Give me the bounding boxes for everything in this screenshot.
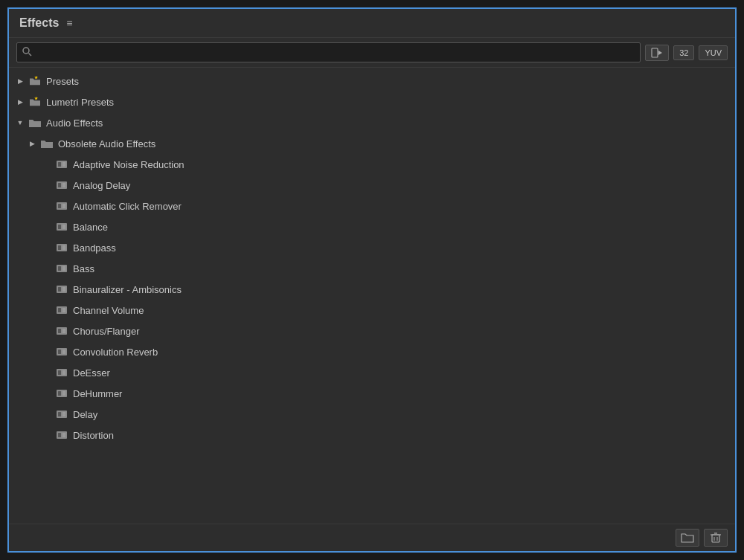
item-label: Presets — [46, 76, 79, 87]
tree-item-analog-delay[interactable]: Analog Delay — [9, 175, 735, 196]
item-label: Lumetri Presets — [46, 97, 114, 108]
content-area: Presets Lumetri Presets Audio Effects Ob… — [9, 68, 735, 524]
item-label: Channel Volume — [73, 305, 144, 316]
effects-panel: Effects ≡ 32 YUV Pre — [7, 7, 737, 553]
chevron-icon — [15, 97, 25, 107]
effect-icon — [55, 304, 68, 316]
item-label: DeEsser — [73, 367, 110, 379]
item-label: Balance — [73, 222, 108, 233]
svg-rect-62 — [58, 391, 61, 396]
tree-item-automatic-click-remover[interactable]: Automatic Click Remover — [9, 196, 735, 216]
svg-rect-52 — [58, 350, 61, 354]
svg-marker-4 — [34, 76, 38, 79]
tree-item-obsolete-audio-effects[interactable]: Obsolete Audio Effects — [9, 133, 735, 154]
toolbar: 32 YUV — [9, 38, 735, 68]
item-label: Chorus/Flanger — [73, 326, 140, 337]
new-folder-button[interactable] — [676, 529, 699, 547]
item-label: Binauralizer - Ambisonics — [73, 284, 182, 295]
svg-rect-42 — [58, 308, 61, 312]
chevron-icon — [27, 138, 37, 149]
tree-item-deesser[interactable]: DeEsser — [9, 362, 735, 383]
tree-item-dehummer[interactable]: DeHummer — [9, 383, 735, 404]
tree-item-channel-volume[interactable]: Channel Volume — [9, 300, 735, 321]
effect-icon — [55, 221, 68, 233]
tree-item-adaptive-noise-reduction[interactable]: Adaptive Noise Reduction — [9, 154, 735, 175]
svg-rect-72 — [58, 433, 61, 437]
tree-item-chorus-flanger[interactable]: Chorus/Flanger — [9, 321, 735, 341]
effect-icon — [55, 200, 68, 212]
effect-icon — [55, 367, 68, 379]
svg-rect-12 — [58, 183, 61, 187]
tree-container[interactable]: Presets Lumetri Presets Audio Effects Ob… — [9, 68, 735, 524]
svg-rect-47 — [58, 329, 61, 333]
item-label: Bass — [73, 263, 94, 274]
effect-icon — [55, 242, 68, 254]
item-label: Bandpass — [73, 242, 116, 254]
effect-icon — [55, 325, 68, 337]
tree-item-bass[interactable]: Bass — [9, 258, 735, 279]
svg-rect-2 — [652, 48, 658, 57]
delete-button[interactable] — [704, 529, 728, 547]
effect-icon — [55, 158, 68, 170]
chevron-icon — [15, 76, 25, 86]
star-folder-icon — [28, 97, 42, 107]
star-folder-icon — [28, 76, 42, 86]
effect-icon — [55, 263, 68, 274]
accelerate-button[interactable] — [645, 45, 669, 61]
effect-icon — [55, 408, 68, 420]
svg-rect-22 — [58, 225, 61, 229]
search-wrapper — [16, 42, 641, 62]
svg-marker-5 — [34, 97, 38, 100]
tree-item-audio-effects[interactable]: Audio Effects — [9, 112, 735, 133]
tree-item-convolution-reverb[interactable]: Convolution Reverb — [9, 341, 735, 362]
tree-item-binauralizer-ambisonics[interactable]: Binauralizer - Ambisonics — [9, 279, 735, 300]
effect-icon — [55, 429, 68, 441]
svg-rect-17 — [58, 204, 61, 208]
folder-icon — [40, 138, 54, 149]
folder-icon — [28, 118, 42, 128]
item-label: Analog Delay — [73, 180, 130, 191]
svg-rect-32 — [58, 266, 61, 271]
svg-rect-37 — [58, 287, 61, 292]
effect-icon — [55, 387, 68, 399]
item-label: Automatic Click Remover — [73, 201, 182, 212]
svg-rect-57 — [58, 370, 61, 375]
panel-header: Effects ≡ — [9, 9, 735, 38]
panel-title: Effects — [19, 16, 59, 30]
item-label: DeHummer — [73, 388, 122, 399]
svg-rect-67 — [58, 412, 61, 416]
tree-item-balance[interactable]: Balance — [9, 216, 735, 237]
search-input[interactable] — [16, 42, 641, 62]
menu-icon[interactable]: ≡ — [66, 17, 72, 29]
svg-marker-3 — [658, 51, 662, 55]
svg-rect-27 — [58, 245, 61, 250]
item-label: Distortion — [73, 430, 114, 441]
tree-item-lumetri-presets[interactable]: Lumetri Presets — [9, 91, 735, 112]
item-label: Audio Effects — [46, 118, 103, 129]
tree-item-bandpass[interactable]: Bandpass — [9, 237, 735, 258]
item-label: Convolution Reverb — [73, 347, 158, 358]
svg-rect-76 — [712, 535, 719, 542]
item-label: Obsolete Audio Effects — [58, 138, 155, 149]
item-label: Delay — [73, 409, 97, 420]
tree-item-distortion[interactable]: Distortion — [9, 425, 735, 445]
item-label: Adaptive Noise Reduction — [73, 159, 185, 170]
effect-icon — [55, 283, 68, 295]
svg-rect-7 — [58, 162, 61, 167]
effect-icon — [55, 179, 68, 191]
yuv-button[interactable]: YUV — [699, 45, 728, 60]
effect-icon — [55, 346, 68, 358]
panel-footer — [9, 524, 735, 551]
32bit-button[interactable]: 32 — [673, 45, 694, 60]
chevron-icon — [15, 118, 25, 128]
tree-item-delay[interactable]: Delay — [9, 404, 735, 425]
tree-item-presets[interactable]: Presets — [9, 71, 735, 91]
